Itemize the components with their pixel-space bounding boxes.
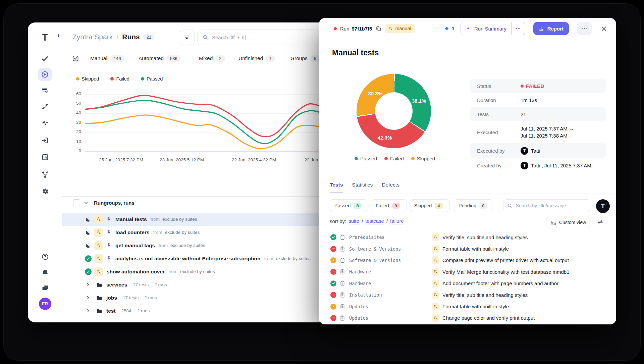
test-row[interactable]: Hardware Add document footer with page n… — [319, 278, 616, 289]
tab-groups[interactable]: Groups5 — [290, 54, 319, 63]
sort-link-testcase[interactable]: testcase — [365, 218, 384, 224]
test-title[interactable]: Format table with built-in style — [442, 246, 509, 252]
legend-item-passed[interactable]: Passed — [355, 156, 377, 161]
test-title[interactable]: Compare print preview of printer driver … — [442, 257, 569, 263]
run-title[interactable]: show automation cover — [107, 269, 165, 275]
legend-item-skipped[interactable]: Skipped — [411, 156, 435, 161]
select-all-checkbox[interactable] — [73, 199, 80, 206]
run-title[interactable]: get manual tags — [115, 243, 155, 249]
filter-chip-failed[interactable]: Failed9 — [371, 199, 407, 212]
chevron-right-icon[interactable] — [86, 308, 91, 313]
folder-name[interactable]: jobs — [106, 295, 117, 301]
test-suite[interactable]: Updates — [349, 315, 368, 321]
breadcrumb-project[interactable]: Zyntra Spark — [72, 33, 113, 41]
test-row[interactable]: Software & Versions Compare print previe… — [319, 255, 616, 266]
test-suite[interactable]: Installation — [349, 292, 382, 298]
more-actions-button[interactable] — [577, 22, 592, 35]
report-chart-icon — [539, 26, 544, 32]
user-avatar[interactable]: ER — [38, 297, 52, 310]
view-settings-icon[interactable] — [597, 219, 603, 225]
folder-name[interactable]: test — [106, 308, 116, 314]
chevron-down-icon[interactable] — [83, 200, 89, 206]
tab-statistics[interactable]: Statistics — [352, 182, 373, 193]
sidebar-item-plans[interactable] — [38, 83, 52, 97]
pin-icon — [106, 243, 112, 248]
legend-item-skipped[interactable]: Skipped — [76, 76, 99, 82]
legend-item-failed[interactable]: Failed — [384, 156, 404, 161]
tests-search — [503, 199, 590, 212]
close-icon[interactable] — [600, 25, 607, 32]
tab-mixed[interactable]: Mixed2 — [199, 54, 225, 63]
run-summary-more-button[interactable] — [512, 26, 525, 31]
test-row[interactable]: Updates Format table with built-in style — [319, 301, 616, 312]
sidebar-item-settings[interactable] — [38, 185, 52, 198]
detail-row-created-by: Created by TTatti , Jul 11, 2025 7:37 AM — [470, 158, 606, 173]
test-row[interactable]: Prerequisites Verify title, sub title an… — [319, 231, 616, 243]
search-input[interactable] — [211, 34, 314, 41]
test-suite[interactable]: Software & Versions — [349, 246, 401, 252]
test-title[interactable]: Add document footer with page numbers an… — [442, 280, 558, 286]
sidebar-item-projects[interactable] — [38, 281, 52, 295]
test-suite[interactable]: Hardware — [349, 269, 371, 274]
sort-link-suite[interactable]: suite — [348, 218, 359, 224]
sort-link-failure[interactable]: failure — [390, 218, 404, 224]
run-summary-button[interactable]: Run Summary — [461, 22, 525, 35]
tab-defects[interactable]: Defects — [382, 182, 399, 193]
filter-chip-skipped[interactable]: Skipped4 — [410, 199, 450, 212]
tab-automated[interactable]: Automated536 — [139, 54, 180, 63]
run-title[interactable]: analytics is not accessible without Ente… — [115, 256, 260, 262]
test-suite[interactable]: Hardware — [349, 281, 371, 286]
sidebar-item-help[interactable] — [38, 250, 52, 263]
test-row[interactable] — [319, 324, 616, 324]
manual-test-icon — [432, 291, 439, 299]
test-title[interactable]: Verify title, sub title and heading styl… — [442, 292, 528, 298]
filter-chip-passed[interactable]: Passed8 — [330, 199, 367, 212]
folder-name[interactable]: services — [106, 282, 127, 288]
filter-chip-pending[interactable]: Pending0 — [454, 199, 493, 212]
chevron-right-icon[interactable] — [86, 282, 91, 287]
run-title[interactable]: load counters — [115, 229, 150, 236]
brand-avatar[interactable]: T — [596, 199, 610, 213]
global-search — [197, 30, 319, 45]
select-all-icon[interactable] — [71, 54, 79, 62]
test-suite[interactable]: Prerequisites — [349, 235, 385, 240]
chevron-right-icon[interactable] — [86, 295, 91, 300]
legend-item-failed[interactable]: Failed — [110, 76, 129, 82]
sidebar-item-import[interactable] — [38, 134, 52, 147]
test-title[interactable]: Change page color and verify print outpu… — [442, 315, 535, 321]
legend-item-passed[interactable]: Passed — [141, 76, 163, 82]
sidebar-item-runs[interactable] — [38, 68, 52, 81]
run-title[interactable]: Manual tests — [115, 216, 147, 222]
sidebar-item-milestones[interactable] — [38, 100, 52, 113]
test-title[interactable]: Verify title, sub title and heading styl… — [442, 235, 528, 240]
sidebar-item-notifications[interactable] — [38, 266, 52, 279]
detail-row-tests: Tests 21 — [470, 107, 606, 121]
sidebar-item-analytics[interactable] — [38, 116, 52, 129]
run-from-label: from — [153, 230, 162, 235]
test-row[interactable]: Updates Change page color and verify pri… — [319, 312, 616, 324]
filter-button[interactable] — [179, 30, 195, 45]
app-logo[interactable]: T — [38, 31, 52, 44]
linked-issues[interactable]: 1 — [444, 25, 454, 32]
y-axis-tick: 0 — [66, 148, 81, 153]
sidebar-item-tests[interactable] — [38, 52, 52, 65]
test-row[interactable]: Software & Versions Format table with bu… — [319, 243, 616, 254]
test-row[interactable]: Installation Verify title, sub title and… — [319, 289, 616, 301]
tab-tests[interactable]: Tests — [330, 182, 343, 193]
tab-manual[interactable]: Manual146 — [90, 54, 124, 63]
passed-icon — [85, 255, 92, 262]
in-progress-icon — [85, 229, 92, 236]
test-title[interactable]: Format table with built-in style — [442, 304, 509, 309]
test-suite[interactable]: Software & Versions — [349, 258, 401, 263]
custom-view-button[interactable]: Custom view — [546, 217, 590, 228]
report-button[interactable]: Report — [533, 22, 569, 35]
skipped-dot — [76, 77, 79, 81]
test-title[interactable]: Verify Mail Merge functionality with tes… — [442, 269, 570, 275]
test-row[interactable]: Hardware Verify Mail Merge functionality… — [319, 266, 616, 277]
tests-search-input[interactable] — [515, 203, 586, 209]
sidebar-item-reports[interactable] — [38, 150, 52, 164]
test-suite[interactable]: Updates — [349, 304, 368, 309]
tab-unfinished[interactable]: Unfinished1 — [238, 54, 275, 63]
sidebar-item-branches[interactable] — [38, 168, 52, 181]
copy-icon[interactable] — [375, 25, 382, 32]
